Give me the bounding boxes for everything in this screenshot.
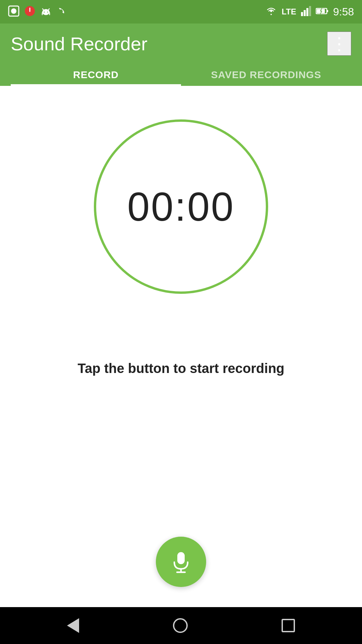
status-bar: LTE 9:58 xyxy=(0,0,362,23)
app-title: Sound Recorder xyxy=(11,33,147,55)
svg-rect-16 xyxy=(306,8,308,16)
wifi-icon xyxy=(265,5,277,18)
timer-circle-wrapper: 00:00 xyxy=(94,119,268,294)
microphone-icon xyxy=(169,549,193,575)
app-bar: Sound Recorder ⋮ RECORD SAVED RECORDINGS xyxy=(0,23,362,86)
lte-icon: LTE xyxy=(282,8,296,16)
svg-line-7 xyxy=(48,9,49,10)
svg-point-9 xyxy=(47,11,48,12)
battery-icon xyxy=(316,7,328,17)
svg-rect-19 xyxy=(327,10,328,12)
recents-button[interactable] xyxy=(282,619,295,632)
tab-record[interactable]: RECORD xyxy=(11,62,181,86)
record-indicator-icon xyxy=(8,5,19,18)
main-content: 00:00 Tap the button to start recording xyxy=(0,86,362,607)
record-button[interactable] xyxy=(156,537,206,587)
home-button[interactable] xyxy=(173,618,188,633)
status-bar-right-icons: LTE 9:58 xyxy=(265,5,354,18)
svg-point-8 xyxy=(44,11,45,12)
svg-line-6 xyxy=(43,9,44,10)
power-icon xyxy=(24,5,36,18)
call-icon xyxy=(56,5,68,18)
svg-rect-5 xyxy=(43,11,49,14)
back-icon xyxy=(67,618,79,633)
recents-icon xyxy=(282,619,295,632)
record-button-wrapper xyxy=(156,537,206,607)
timer-circle: 00:00 xyxy=(94,119,268,294)
home-icon xyxy=(173,618,188,633)
tab-saved-recordings[interactable]: SAVED RECORDINGS xyxy=(181,62,351,86)
svg-rect-14 xyxy=(301,12,303,16)
nav-bar xyxy=(0,607,362,644)
back-button[interactable] xyxy=(67,618,79,633)
status-bar-left-icons xyxy=(8,5,68,18)
signal-icon xyxy=(301,6,311,18)
app-bar-top: Sound Recorder ⋮ xyxy=(11,32,351,56)
svg-point-13 xyxy=(270,14,272,15)
svg-rect-15 xyxy=(304,10,306,16)
status-time: 9:58 xyxy=(333,6,354,18)
timer-display: 00:00 xyxy=(127,183,235,230)
tabs-bar: RECORD SAVED RECORDINGS xyxy=(11,62,351,86)
svg-rect-24 xyxy=(177,552,185,564)
svg-rect-17 xyxy=(309,6,311,16)
android-icon xyxy=(40,5,52,18)
svg-point-1 xyxy=(11,8,16,14)
instruction-text: Tap the button to start recording xyxy=(77,361,284,376)
overflow-menu-button[interactable]: ⋮ xyxy=(327,32,351,56)
